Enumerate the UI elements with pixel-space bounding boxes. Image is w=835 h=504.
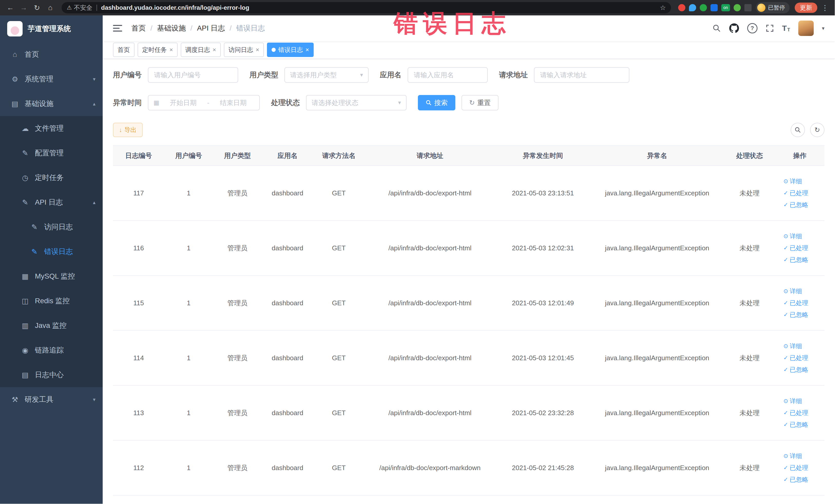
browser-nav: ← → ↻ ⌂ bbox=[4, 4, 57, 12]
mark-processed-link[interactable]: ✓ 已处理 bbox=[783, 299, 808, 307]
app-logo[interactable]: 芋道管理系统 bbox=[0, 15, 103, 42]
eye-icon: ◉ bbox=[21, 346, 30, 355]
toggle-search-button[interactable] bbox=[791, 123, 805, 137]
detail-link[interactable]: ⊙ 详细 bbox=[783, 397, 802, 405]
detail-link[interactable]: ⊙ 详细 bbox=[783, 177, 802, 185]
cell-exception-time: 2021-05-03 12:02:31 bbox=[495, 221, 590, 276]
browser-menu-icon[interactable]: ⋮ bbox=[821, 4, 829, 12]
forward-icon[interactable]: → bbox=[18, 4, 30, 12]
sidebar-item-config-mgmt[interactable]: ✎ 配置管理 bbox=[0, 141, 103, 165]
exception-time-range-picker[interactable]: ▦ 开始日期 - 结束日期 bbox=[148, 95, 260, 110]
help-icon[interactable]: ? bbox=[747, 23, 757, 33]
sidebar-toggle[interactable] bbox=[113, 25, 122, 32]
update-button[interactable]: 更新 bbox=[795, 3, 817, 13]
mark-processed-link[interactable]: ✓ 已处理 bbox=[783, 464, 808, 472]
request-url-input[interactable] bbox=[534, 67, 629, 83]
home-icon[interactable]: ⌂ bbox=[44, 4, 57, 12]
detail-link[interactable]: ⊙ 详细 bbox=[783, 342, 802, 350]
mark-processed-link[interactable]: ✓ 已处理 bbox=[783, 189, 808, 197]
sidebar-item-error-log[interactable]: ✎ 错误日志 bbox=[0, 239, 103, 264]
back-icon[interactable]: ← bbox=[4, 4, 16, 12]
ext-icon-leaf[interactable] bbox=[734, 4, 741, 11]
github-icon[interactable] bbox=[729, 23, 739, 33]
ext-icon-on-badge[interactable]: on bbox=[721, 4, 730, 11]
column-header-request-url: 请求地址 bbox=[365, 146, 495, 166]
column-header-status: 处理状态 bbox=[724, 146, 775, 166]
cell-exception-time: 2021-05-03 23:13:51 bbox=[495, 166, 590, 221]
breadcrumb-home[interactable]: 首页 bbox=[131, 23, 146, 33]
sidebar-item-file-mgmt[interactable]: ☁ 文件管理 bbox=[0, 116, 103, 141]
sidebar-item-log-center[interactable]: ▤ 日志中心 bbox=[0, 363, 103, 387]
process-status-select[interactable]: 请选择处理状态 ▾ bbox=[306, 95, 407, 110]
export-button[interactable]: ↓ 导出 bbox=[113, 123, 143, 137]
close-icon[interactable]: × bbox=[256, 46, 259, 54]
close-icon[interactable]: × bbox=[305, 46, 309, 54]
sidebar-item-access-log[interactable]: ✎ 访问日志 bbox=[0, 215, 103, 239]
app-name-input[interactable] bbox=[408, 67, 488, 83]
breadcrumb-infrastructure[interactable]: 基础设施 bbox=[150, 23, 186, 33]
sidebar-item-dev-tools[interactable]: ⚒ 研发工具 ▾ bbox=[0, 387, 103, 412]
home-icon: ⌂ bbox=[10, 50, 20, 59]
filter-process-status: 处理状态 请选择处理状态 ▾ bbox=[271, 95, 407, 110]
mark-processed-link[interactable]: ✓ 已处理 bbox=[783, 409, 808, 417]
url-bar[interactable]: ⚠ 不安全 dashboard.yudao.iocoder.cn/infra/l… bbox=[62, 2, 671, 13]
detail-link[interactable]: ⊙ 详细 bbox=[783, 452, 802, 460]
breadcrumb-api-log[interactable]: API 日志 bbox=[190, 23, 225, 33]
mark-ignored-link[interactable]: ✓ 已忽略 bbox=[783, 366, 808, 374]
detail-link[interactable]: ⊙ 详细 bbox=[783, 232, 802, 240]
ext-icon-red[interactable] bbox=[678, 4, 685, 11]
search-button[interactable]: 搜索 bbox=[418, 95, 455, 110]
user-id-input[interactable] bbox=[148, 67, 238, 83]
reset-button[interactable]: ↻ 重置 bbox=[462, 95, 498, 110]
sidebar-item-mysql-monitor[interactable]: ▦ MySQL 监控 bbox=[0, 264, 103, 288]
font-size-icon[interactable]: TT bbox=[782, 24, 790, 33]
user-avatar[interactable] bbox=[798, 21, 814, 36]
sidebar-item-tracing[interactable]: ◉ 链路追踪 bbox=[0, 338, 103, 363]
mark-ignored-link[interactable]: ✓ 已忽略 bbox=[783, 256, 808, 264]
mark-processed-link[interactable]: ✓ 已处理 bbox=[783, 244, 808, 252]
tab-error-log[interactable]: 错误日志 × bbox=[267, 43, 314, 57]
tab-home[interactable]: 首页 bbox=[113, 43, 135, 57]
cell-method: GET bbox=[313, 276, 365, 330]
page: ← → ↻ ⌂ ⚠ 不安全 dashboard.yudao.iocoder.cn… bbox=[0, 0, 835, 504]
tab-dispatch-log[interactable]: 调度日志 × bbox=[181, 43, 221, 57]
detail-link[interactable]: ⊙ 详细 bbox=[783, 287, 802, 295]
sidebar-item-scheduled-jobs[interactable]: ◷ 定时任务 bbox=[0, 165, 103, 190]
document-icon: ✎ bbox=[30, 223, 39, 231]
tab-scheduled-jobs[interactable]: 定时任务 × bbox=[138, 43, 178, 57]
browser-profile-chip[interactable]: 已暂停 bbox=[756, 2, 790, 13]
cell-status: 未处理 bbox=[724, 440, 775, 495]
ext-icon-blue-drop[interactable] bbox=[689, 4, 696, 11]
sidebar-item-home[interactable]: ⌂ 首页 bbox=[0, 42, 103, 67]
cell-log-id: 114 bbox=[113, 330, 164, 385]
ext-icon-green-circle[interactable] bbox=[700, 4, 707, 11]
tools-icon: ⚒ bbox=[10, 396, 20, 404]
sidebar-item-infrastructure[interactable]: ▤ 基础设施 ▴ bbox=[0, 92, 103, 116]
search-icon[interactable] bbox=[712, 24, 721, 33]
mark-ignored-link[interactable]: ✓ 已忽略 bbox=[783, 476, 808, 484]
mark-ignored-link[interactable]: ✓ 已忽略 bbox=[783, 421, 808, 429]
chevron-up-icon: ▴ bbox=[93, 101, 96, 107]
sidebar-item-redis-monitor[interactable]: ◫ Redis 监控 bbox=[0, 288, 103, 313]
refresh-icon: ↻ bbox=[469, 99, 475, 107]
sidebar-item-system-mgmt[interactable]: ⚙ 系统管理 ▾ bbox=[0, 67, 103, 92]
refresh-button[interactable]: ↻ bbox=[810, 123, 824, 137]
cell-user-type: 管理员 bbox=[213, 276, 262, 330]
bookmark-star-icon[interactable]: ☆ bbox=[660, 4, 666, 12]
sidebar-item-java-monitor[interactable]: ▥ Java 监控 bbox=[0, 313, 103, 338]
close-icon[interactable]: × bbox=[212, 46, 216, 54]
tab-access-log[interactable]: 访问日志 × bbox=[224, 43, 264, 57]
ext-icon-blue-grid[interactable] bbox=[711, 4, 718, 11]
eye-icon: ⊙ bbox=[783, 233, 788, 240]
mark-processed-link[interactable]: ✓ 已处理 bbox=[783, 354, 808, 362]
user-type-select[interactable]: 请选择用户类型 ▾ bbox=[284, 67, 369, 83]
mark-ignored-link[interactable]: ✓ 已忽略 bbox=[783, 311, 808, 319]
mark-ignored-link[interactable]: ✓ 已忽略 bbox=[783, 201, 808, 209]
sidebar-item-api-log[interactable]: ✎ API 日志 ▴ bbox=[0, 190, 103, 215]
ext-icon-pin[interactable] bbox=[745, 4, 752, 11]
close-icon[interactable]: × bbox=[169, 46, 173, 54]
avatar-caret-icon[interactable]: ▾ bbox=[822, 25, 824, 31]
reload-icon[interactable]: ↻ bbox=[31, 4, 43, 12]
fullscreen-icon[interactable] bbox=[766, 24, 774, 32]
column-header-exception-name: 异常名 bbox=[590, 146, 724, 166]
